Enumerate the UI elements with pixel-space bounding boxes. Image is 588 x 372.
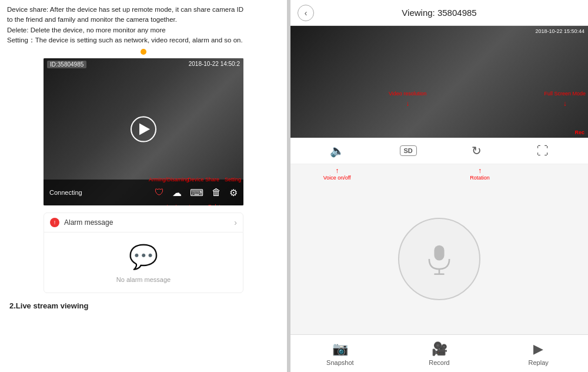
alarm-title: Alarm message (64, 218, 113, 227)
arrow-down-fs: ↓ (563, 99, 567, 108)
voice-button[interactable]: 🔈 (330, 144, 345, 158)
arming-icon[interactable]: 🛡 (155, 187, 164, 197)
delete-icon[interactable]: 🗑 (212, 187, 221, 197)
alarm-left: ! Alarm message (50, 218, 113, 227)
alarm-body: 💬 No alarm message (44, 232, 243, 293)
share-icon[interactable]: ⌨ (190, 188, 203, 198)
no-alarm-text: No alarm message (116, 276, 171, 283)
left-panel: Device share: After the device has set u… (0, 0, 288, 372)
sd-quality-button[interactable]: SD (400, 145, 417, 156)
spacer2 (532, 167, 555, 181)
play-button[interactable] (131, 117, 156, 142)
share-icon-wrapper: Device Share ⌨ (190, 187, 203, 198)
camera-bottom-bar: Connecting Arming/Disaming 🛡 ☁ Cloud Ser… (44, 180, 243, 205)
delete-icon-wrapper: 🗑 Delete (212, 187, 221, 198)
record-label: Record (429, 359, 449, 366)
full-screen-annotation: Full Screen Mode ↓ (544, 87, 586, 108)
svg-rect-0 (434, 245, 444, 260)
cloud-label: Cloud Service (163, 204, 196, 206)
right-camera-view: 2018-10-22 15:50:44 Rec Video resolution… (290, 26, 588, 138)
cloud-icon[interactable]: ☁ (172, 188, 182, 198)
instruction-line3: Delete: Delete the device, no more monit… (7, 26, 166, 34)
voice-arrow-up: ↑ (335, 167, 339, 175)
setting-label: Setting (225, 177, 241, 182)
play-triangle-icon (139, 124, 150, 135)
video-resolution-label: Video resolution (389, 91, 426, 97)
camera-card: ID:35804985 2018-10-22 14:50:2 Connectin… (44, 58, 243, 205)
controls-row: 🔈 SD ↻ ⛶ (290, 138, 588, 164)
snapshot-label: Snapshot (326, 359, 353, 366)
camera-id-badge: ID:35804985 (47, 61, 86, 68)
replay-tab[interactable]: ▶︎ Replay (489, 341, 588, 366)
device-share-label: Device Share (188, 177, 219, 182)
right-camera-timestamp: 2018-10-22 15:50:44 (535, 28, 584, 34)
alarm-message-icon: 💬 (129, 242, 158, 271)
connecting-status: Connecting (49, 189, 82, 196)
delete-label: Delete (208, 204, 223, 205)
camera-card-header: ID:35804985 2018-10-22 14:50:2 (44, 58, 243, 71)
orange-dot (141, 49, 146, 55)
settings-icon-wrapper: Setting ⚙ (229, 187, 238, 198)
camera-icon-row: Arming/Disaming 🛡 ☁ Cloud Service Device… (155, 187, 238, 198)
snapshot-icon: 📷 (332, 341, 348, 357)
full-screen-label: Full Screen Mode (544, 91, 586, 97)
rec-badge: Rec (574, 129, 584, 135)
microphone-icon (422, 241, 457, 277)
rotation-button[interactable]: ↻ (472, 144, 482, 158)
arming-label: Arming/Disaming (149, 177, 189, 182)
settings-icon[interactable]: ⚙ (229, 188, 238, 198)
alarm-indicator: ! (50, 218, 59, 227)
rotation-annotation-block: ↑ Rotation (470, 167, 490, 181)
alarm-chevron-icon[interactable]: › (234, 218, 237, 227)
instructions: Device share: After the device has set u… (7, 5, 280, 45)
voice-annotation-block: ↑ Voice on/off (323, 167, 351, 181)
fullscreen-icon: ⛶ (537, 144, 549, 158)
video-resolution-annotation: Video resolution ↓ (389, 87, 426, 108)
alarm-header: ! Alarm message › (44, 213, 243, 232)
record-tab[interactable]: 🎥 Record (390, 341, 489, 366)
bottom-tab-bar: 📷 Snapshot 🎥 Record ▶︎ Replay (290, 334, 588, 372)
fullscreen-button[interactable]: ⛶ (537, 144, 549, 158)
controls-annotations: ↑ Voice on/off ↑ Rotation (290, 164, 588, 183)
live-stream-label: 2.Live stream viewing (9, 301, 280, 310)
snapshot-tab[interactable]: 📷 Snapshot (290, 341, 390, 366)
arming-icon-wrapper: Arming/Disaming 🛡 (155, 187, 164, 198)
sd-badge: SD (400, 145, 417, 156)
rotation-icon: ↻ (472, 144, 482, 158)
instruction-line1: Device share: After the device has set u… (7, 6, 243, 13)
replay-icon: ▶︎ (533, 341, 543, 357)
right-panel: ‹ Viewing: 35804985 2018-10-22 15:50:44 … (290, 0, 588, 372)
cloud-icon-wrapper: ☁ Cloud Service (172, 187, 182, 198)
camera-timestamp: 2018-10-22 14:50:2 (189, 61, 240, 68)
rotation-arrow-up: ↑ (478, 167, 482, 175)
alarm-section: ! Alarm message › 💬 No alarm message (44, 212, 243, 293)
mic-circle[interactable] (398, 218, 480, 300)
instruction-line2: to the friend and family and monitor the… (7, 16, 177, 23)
voice-icon: 🔈 (330, 144, 345, 158)
right-header: ‹ Viewing: 35804985 (290, 0, 588, 26)
arrow-down-vr: ↓ (406, 99, 409, 108)
viewing-title: Viewing: 35804985 (402, 8, 476, 18)
rotation-annotation-label: Rotation (470, 175, 490, 181)
record-icon: 🎥 (432, 341, 447, 357)
mic-area (290, 183, 588, 334)
voice-annotation-label: Voice on/off (323, 175, 351, 181)
instruction-line4: Setting：The device is setting such as ne… (7, 36, 243, 44)
back-button[interactable]: ‹ (298, 5, 314, 21)
replay-label: Replay (529, 359, 549, 366)
spacer (393, 167, 428, 181)
